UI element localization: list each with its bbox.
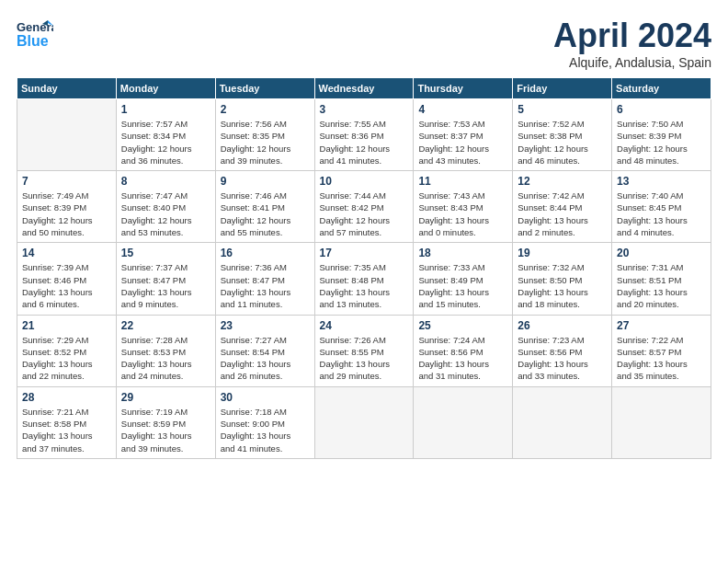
day-info: Sunrise: 7:56 AM Sunset: 8:35 PM Dayligh… [221,118,310,167]
day-number: 17 [320,247,409,259]
day-number: 5 [518,103,607,116]
calendar-table: Sunday Monday Tuesday Wednesday Thursday… [17,77,711,459]
day-number: 23 [221,319,310,332]
day-number: 6 [617,103,706,116]
day-info: Sunrise: 7:21 AM Sunset: 8:58 PM Dayligh… [22,406,111,454]
calendar-day-cell: 12Sunrise: 7:42 AM Sunset: 8:44 PM Dayli… [513,171,612,243]
day-info: Sunrise: 7:57 AM Sunset: 8:34 PM Dayligh… [121,118,210,167]
header: General Blue April 2024 Alquife, Andalus… [17,17,711,70]
day-info: Sunrise: 7:47 AM Sunset: 8:40 PM Dayligh… [121,190,210,238]
calendar-day-cell [17,99,117,171]
calendar-day-cell: 16Sunrise: 7:36 AM Sunset: 8:47 PM Dayli… [215,243,314,315]
day-number: 18 [418,247,507,259]
calendar-day-cell: 24Sunrise: 7:26 AM Sunset: 8:55 PM Dayli… [314,315,414,386]
col-monday: Monday [116,78,215,99]
logo: General Blue [17,17,53,50]
day-info: Sunrise: 7:50 AM Sunset: 8:39 PM Dayligh… [617,118,706,167]
col-saturday: Saturday [612,78,711,99]
day-info: Sunrise: 7:31 AM Sunset: 8:51 PM Dayligh… [617,261,706,310]
day-info: Sunrise: 7:52 AM Sunset: 8:38 PM Dayligh… [518,118,607,167]
col-tuesday: Tuesday [215,78,314,99]
day-info: Sunrise: 7:39 AM Sunset: 8:46 PM Dayligh… [22,261,111,310]
calendar-day-cell: 13Sunrise: 7:40 AM Sunset: 8:45 PM Dayli… [612,171,711,243]
calendar-day-cell: 6Sunrise: 7:50 AM Sunset: 8:39 PM Daylig… [612,99,711,171]
day-number: 3 [320,103,409,116]
calendar-week-row: 28Sunrise: 7:21 AM Sunset: 8:58 PM Dayli… [17,386,711,458]
calendar-day-cell: 23Sunrise: 7:27 AM Sunset: 8:54 PM Dayli… [215,315,314,386]
calendar-day-cell: 15Sunrise: 7:37 AM Sunset: 8:47 PM Dayli… [116,243,215,315]
day-number: 12 [518,175,607,188]
day-number: 25 [418,319,507,332]
col-thursday: Thursday [414,78,513,99]
calendar-day-cell: 8Sunrise: 7:47 AM Sunset: 8:40 PM Daylig… [116,171,215,243]
day-info: Sunrise: 7:44 AM Sunset: 8:42 PM Dayligh… [320,190,409,238]
day-info: Sunrise: 7:53 AM Sunset: 8:37 PM Dayligh… [418,118,507,167]
calendar-week-row: 14Sunrise: 7:39 AM Sunset: 8:46 PM Dayli… [17,243,711,315]
day-number: 27 [617,319,706,332]
title-block: April 2024 Alquife, Andalusia, Spain [553,17,711,70]
day-number: 4 [418,103,507,116]
day-info: Sunrise: 7:32 AM Sunset: 8:50 PM Dayligh… [518,261,607,310]
weekday-header-row: Sunday Monday Tuesday Wednesday Thursday… [17,78,711,99]
day-number: 8 [121,175,210,188]
calendar-location: Alquife, Andalusia, Spain [553,55,711,70]
day-info: Sunrise: 7:33 AM Sunset: 8:49 PM Dayligh… [418,261,507,310]
day-number: 1 [121,103,210,116]
day-number: 30 [221,391,310,404]
calendar-day-cell: 11Sunrise: 7:43 AM Sunset: 8:43 PM Dayli… [414,171,513,243]
day-info: Sunrise: 7:27 AM Sunset: 8:54 PM Dayligh… [221,334,310,383]
day-info: Sunrise: 7:23 AM Sunset: 8:56 PM Dayligh… [518,334,607,383]
calendar-day-cell: 21Sunrise: 7:29 AM Sunset: 8:52 PM Dayli… [17,315,117,386]
calendar-day-cell: 27Sunrise: 7:22 AM Sunset: 8:57 PM Dayli… [612,315,711,386]
calendar-day-cell: 18Sunrise: 7:33 AM Sunset: 8:49 PM Dayli… [414,243,513,315]
day-number: 22 [121,319,210,332]
calendar-day-cell: 17Sunrise: 7:35 AM Sunset: 8:48 PM Dayli… [314,243,414,315]
day-info: Sunrise: 7:42 AM Sunset: 8:44 PM Dayligh… [518,190,607,238]
calendar-day-cell: 29Sunrise: 7:19 AM Sunset: 8:59 PM Dayli… [116,386,215,458]
day-info: Sunrise: 7:29 AM Sunset: 8:52 PM Dayligh… [22,334,111,383]
calendar-day-cell: 22Sunrise: 7:28 AM Sunset: 8:53 PM Dayli… [116,315,215,386]
calendar-day-cell: 2Sunrise: 7:56 AM Sunset: 8:35 PM Daylig… [215,99,314,171]
day-info: Sunrise: 7:28 AM Sunset: 8:53 PM Dayligh… [121,334,210,383]
calendar-day-cell: 19Sunrise: 7:32 AM Sunset: 8:50 PM Dayli… [513,243,612,315]
day-number: 14 [22,247,111,259]
day-number: 24 [320,319,409,332]
day-number: 19 [518,247,607,259]
calendar-day-cell [612,386,711,458]
calendar-day-cell: 10Sunrise: 7:44 AM Sunset: 8:42 PM Dayli… [314,171,414,243]
calendar-day-cell: 20Sunrise: 7:31 AM Sunset: 8:51 PM Dayli… [612,243,711,315]
day-info: Sunrise: 7:40 AM Sunset: 8:45 PM Dayligh… [617,190,706,238]
day-info: Sunrise: 7:24 AM Sunset: 8:56 PM Dayligh… [418,334,507,383]
calendar-body: 1Sunrise: 7:57 AM Sunset: 8:34 PM Daylig… [17,99,711,459]
logo-icon: General Blue [17,17,53,50]
calendar-day-cell [513,386,612,458]
day-info: Sunrise: 7:46 AM Sunset: 8:41 PM Dayligh… [221,190,310,238]
svg-text:Blue: Blue [17,33,49,49]
calendar-day-cell: 1Sunrise: 7:57 AM Sunset: 8:34 PM Daylig… [116,99,215,171]
calendar-day-cell: 25Sunrise: 7:24 AM Sunset: 8:56 PM Dayli… [414,315,513,386]
page: General Blue April 2024 Alquife, Andalus… [0,0,728,563]
calendar-day-cell: 28Sunrise: 7:21 AM Sunset: 8:58 PM Dayli… [17,386,117,458]
day-number: 15 [121,247,210,259]
day-info: Sunrise: 7:22 AM Sunset: 8:57 PM Dayligh… [617,334,706,383]
day-number: 2 [221,103,310,116]
day-number: 11 [418,175,507,188]
col-wednesday: Wednesday [314,78,414,99]
day-number: 9 [221,175,310,188]
calendar-day-cell: 4Sunrise: 7:53 AM Sunset: 8:37 PM Daylig… [414,99,513,171]
day-number: 28 [22,391,111,404]
day-info: Sunrise: 7:18 AM Sunset: 9:00 PM Dayligh… [221,406,310,454]
calendar-day-cell: 9Sunrise: 7:46 AM Sunset: 8:41 PM Daylig… [215,171,314,243]
day-number: 16 [221,247,310,259]
calendar-week-row: 1Sunrise: 7:57 AM Sunset: 8:34 PM Daylig… [17,99,711,171]
day-number: 26 [518,319,607,332]
day-number: 10 [320,175,409,188]
day-number: 7 [22,175,111,188]
day-number: 29 [121,391,210,404]
calendar-week-row: 21Sunrise: 7:29 AM Sunset: 8:52 PM Dayli… [17,315,711,386]
day-info: Sunrise: 7:35 AM Sunset: 8:48 PM Dayligh… [320,261,409,310]
day-info: Sunrise: 7:43 AM Sunset: 8:43 PM Dayligh… [418,190,507,238]
col-friday: Friday [513,78,612,99]
day-info: Sunrise: 7:37 AM Sunset: 8:47 PM Dayligh… [121,261,210,310]
calendar-day-cell: 30Sunrise: 7:18 AM Sunset: 9:00 PM Dayli… [215,386,314,458]
